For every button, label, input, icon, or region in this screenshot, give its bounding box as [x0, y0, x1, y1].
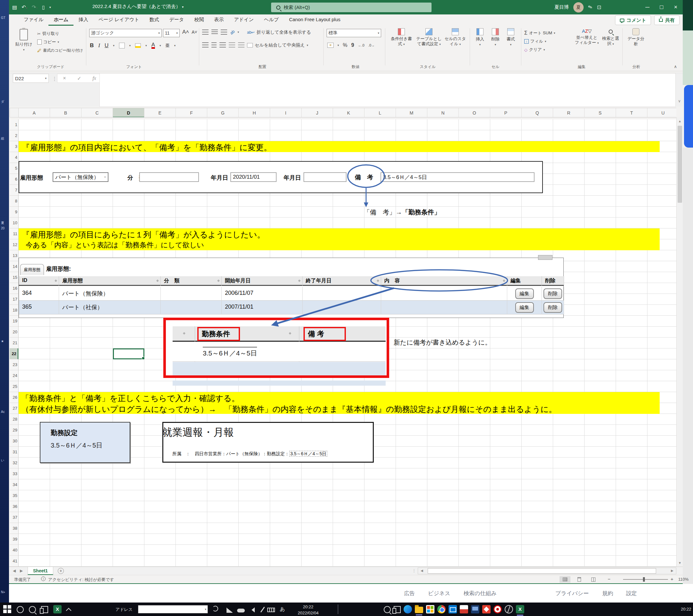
- row-header-29[interactable]: 29: [9, 425, 19, 436]
- wrap-text-button[interactable]: ab↩ 折り返して全体を表示する: [247, 29, 311, 35]
- sort-icon[interactable]: [503, 278, 506, 283]
- align-middle-icon[interactable]: [212, 29, 218, 35]
- globe-app-icon[interactable]: [505, 605, 513, 613]
- formula-input[interactable]: [99, 73, 676, 107]
- cut-button[interactable]: ✂切り取り: [37, 29, 83, 38]
- edit-row-button[interactable]: 編集: [515, 302, 534, 313]
- vertical-scroll-thumb[interactable]: [678, 126, 682, 203]
- sort-icon[interactable]: [156, 278, 159, 283]
- conditional-formatting-button[interactable]: 条件付き書式 ▾: [389, 28, 414, 46]
- column-header-B[interactable]: B: [50, 108, 81, 117]
- fill-button[interactable]: ↓フィル▾: [524, 37, 555, 45]
- name-box[interactable]: D22▾: [13, 74, 49, 83]
- ribbon-tab-10[interactable]: Canon Free Layout plus: [284, 15, 345, 26]
- web-link-right-0[interactable]: プライバシー: [555, 590, 589, 597]
- align-center-icon[interactable]: [212, 42, 217, 47]
- merge-center-button[interactable]: セルを結合して中央揃え▾: [247, 42, 308, 48]
- taskbar-clock-right[interactable]: 20:22: [681, 607, 691, 612]
- row-header-31[interactable]: 31: [9, 446, 19, 458]
- row-header-21[interactable]: 21: [9, 338, 19, 349]
- network-icon[interactable]: [226, 608, 233, 613]
- chrome-icon[interactable]: [437, 605, 446, 613]
- folder-icon[interactable]: [415, 607, 423, 613]
- web-link-2[interactable]: 検索の仕組み: [463, 590, 497, 597]
- save-icon[interactable]: ▤: [12, 4, 17, 10]
- zoom-slider[interactable]: [623, 579, 668, 580]
- row-header-11[interactable]: 11: [9, 228, 19, 239]
- excel-icon[interactable]: X: [53, 605, 62, 613]
- chevron-up-icon[interactable]: [66, 608, 72, 613]
- row-header-23[interactable]: 23: [9, 359, 19, 370]
- row-header-18[interactable]: 18: [9, 305, 19, 316]
- row-header-17[interactable]: 17: [9, 294, 19, 305]
- row-header-1[interactable]: 1: [9, 119, 19, 130]
- sort-icon[interactable]: [377, 278, 379, 283]
- horizontal-scroll-thumb[interactable]: [428, 568, 656, 574]
- row-header-2[interactable]: 2: [9, 130, 19, 141]
- pen-icon[interactable]: [260, 607, 265, 612]
- store-icon[interactable]: [426, 605, 434, 613]
- align-bottom-icon[interactable]: [221, 29, 227, 35]
- maximize-button[interactable]: □: [654, 0, 669, 15]
- column-header-K[interactable]: K: [333, 108, 364, 117]
- start-icon[interactable]: [3, 605, 12, 613]
- keyboard-icon[interactable]: [267, 608, 275, 612]
- row-header-6[interactable]: 6: [9, 174, 19, 185]
- minimize-button[interactable]: ─: [640, 0, 654, 15]
- accessibility-status[interactable]: アクセシビリティ: 検討が必要です: [48, 577, 114, 583]
- confirm-entry-icon[interactable]: ✓: [77, 75, 81, 81]
- column-header-E[interactable]: E: [144, 108, 176, 117]
- speaker-icon[interactable]: [249, 607, 255, 613]
- column-header-M[interactable]: M: [396, 108, 427, 117]
- ime-indicator[interactable]: あ: [280, 606, 285, 613]
- column-header-S[interactable]: S: [585, 108, 616, 117]
- taskbar-clock[interactable]: 20:22 2022/02/04: [298, 604, 319, 616]
- percent-icon[interactable]: %: [343, 42, 348, 48]
- row-header-14[interactable]: 14: [9, 261, 19, 272]
- delete-row-button[interactable]: 削除: [543, 289, 562, 299]
- refresh-icon[interactable]: [212, 606, 218, 612]
- excel-active-icon[interactable]: X: [516, 605, 524, 613]
- sort-icon[interactable]: [298, 278, 301, 283]
- row-header-8[interactable]: 8: [9, 196, 19, 206]
- row-header-27[interactable]: 27: [9, 403, 19, 414]
- show-desktop-button[interactable]: [338, 604, 338, 614]
- ribbon-tab-1[interactable]: ホーム: [48, 15, 74, 26]
- sort-icon[interactable]: [289, 331, 292, 336]
- row-header-36[interactable]: 36: [9, 501, 19, 512]
- close-button[interactable]: ×: [669, 0, 683, 15]
- row-header-35[interactable]: 35: [9, 490, 19, 501]
- page-layout-view-button[interactable]: [574, 576, 585, 583]
- row-header-15[interactable]: 15: [9, 272, 19, 283]
- mail-icon[interactable]: [449, 605, 457, 613]
- emp-column-header-7[interactable]: 削除: [542, 276, 564, 286]
- user-name[interactable]: 夏目博: [554, 4, 569, 10]
- sort-filter-button[interactable]: AZ▽ 並べ替えとフィルター ▾: [574, 28, 599, 45]
- row-header-32[interactable]: 32: [9, 458, 19, 469]
- italic-button[interactable]: I: [98, 42, 100, 49]
- formula-bar-expand-icon[interactable]: ∨: [678, 99, 681, 103]
- row-header-39[interactable]: 39: [9, 534, 19, 545]
- find-select-button[interactable]: 検索と選択 ▾: [600, 28, 620, 46]
- column-header-I[interactable]: I: [270, 108, 302, 117]
- coming-soon-icon[interactable]: ✎: [587, 3, 593, 11]
- paste-button[interactable]: 貼り付け▾: [15, 29, 33, 51]
- clear-button[interactable]: ◇クリア▾: [524, 45, 555, 54]
- align-right-icon[interactable]: [219, 42, 226, 47]
- search-icon[interactable]: [384, 606, 391, 613]
- ribbon-display-icon[interactable]: ⊡: [597, 4, 601, 10]
- emp-column-header-3[interactable]: 開始年月日: [222, 276, 302, 286]
- emp-column-header-2[interactable]: 分 類: [161, 276, 222, 286]
- delete-cells-button[interactable]: 削除▾: [488, 28, 502, 46]
- tab-splitter[interactable]: ⋮: [412, 568, 416, 573]
- orientation-icon[interactable]: ab: [229, 29, 236, 36]
- row-header-26[interactable]: 26: [9, 392, 19, 403]
- align-left-icon[interactable]: [202, 42, 209, 47]
- format-painter-button[interactable]: 🖉書式のコピー/貼り付け: [37, 46, 83, 55]
- row-header-20[interactable]: 20: [9, 326, 19, 338]
- column-header-N[interactable]: N: [427, 108, 459, 117]
- ribbon-tab-5[interactable]: データ: [164, 15, 189, 26]
- emp-column-header-1[interactable]: 雇用形態: [59, 276, 161, 286]
- biko-input[interactable]: 3.5～6Ｈ／4～5日: [380, 172, 535, 182]
- ribbon-tab-2[interactable]: 挿入: [74, 15, 93, 26]
